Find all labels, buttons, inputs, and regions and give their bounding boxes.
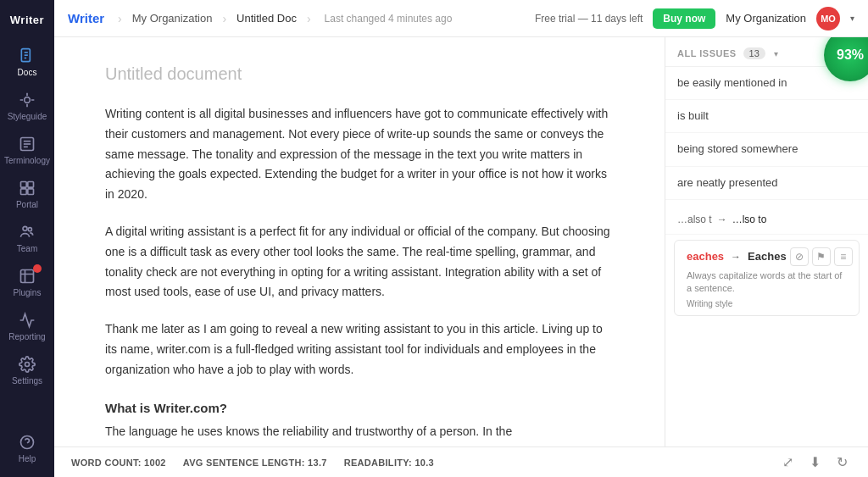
topbar-breadcrumb-org[interactable]: My Organization: [132, 12, 213, 25]
sidebar-item-help-label: Help: [19, 454, 36, 463]
sidebar-item-settings-label: Settings: [12, 376, 42, 385]
topbar-org-name[interactable]: My Organization: [726, 12, 806, 25]
issue-item-suggestion[interactable]: …also t → …lso to: [665, 200, 868, 235]
issues-count-badge: 13: [743, 47, 765, 59]
topbar-sep2: ›: [222, 12, 226, 25]
svg-point-15: [25, 363, 30, 367]
bottom-bar: WORD COUNT: 1002 AVG SENTENCE LENGTH: 13…: [54, 446, 868, 477]
issue-capitalize-card[interactable]: eaches → Eaches ⊘ ⚑ ≡ Always capitalize …: [674, 240, 860, 316]
sidebar-item-terminology-label: Terminology: [4, 156, 50, 165]
topbar-doc-title[interactable]: Untitled Doc: [236, 12, 297, 25]
issue-item-3[interactable]: being stored somewhere: [665, 133, 868, 166]
settings-icon: [15, 355, 39, 374]
portal-icon: [15, 179, 39, 197]
sidebar-item-reporting[interactable]: Reporting: [0, 304, 54, 348]
docs-icon: [15, 47, 39, 65]
issue-item-2[interactable]: is built: [665, 100, 868, 133]
flag-icon[interactable]: ⚑: [812, 247, 831, 266]
editor-area[interactable]: Untitled document Writing content is all…: [54, 37, 665, 446]
doc-title-placeholder: Untitled document: [105, 64, 614, 84]
capitalize-tag: Writing style: [687, 299, 847, 308]
sidebar-item-portal-label: Portal: [16, 200, 38, 209]
more-icon[interactable]: ≡: [834, 247, 853, 266]
buy-now-button[interactable]: Buy now: [653, 8, 715, 29]
svg-point-13: [23, 226, 27, 230]
help-icon: [15, 433, 39, 452]
trial-text: Free trial — 11 days left: [535, 13, 643, 25]
readability-value: 10.3: [415, 458, 434, 468]
topbar: Writer › My Organization › Untitled Doc …: [54, 0, 868, 37]
sidebar: Writer Docs Styleguide Terminology Porta…: [0, 0, 54, 477]
avatar[interactable]: MO: [816, 7, 840, 31]
all-issues-label: ALL ISSUES: [677, 48, 737, 58]
capitalize-fix-word: Eaches: [748, 250, 787, 263]
suggestion-prefix: …also t: [677, 214, 712, 225]
sidebar-item-plugins-label: Plugins: [14, 288, 42, 297]
topbar-sep1: ›: [118, 12, 122, 25]
team-icon: [15, 223, 39, 241]
sidebar-item-docs-label: Docs: [18, 68, 37, 77]
avatar-caret-icon[interactable]: ▾: [850, 14, 854, 23]
suggestion-arrow-icon: →: [717, 214, 727, 225]
sidebar-item-help[interactable]: Help: [0, 426, 54, 470]
issue-item-4[interactable]: are neatly presented: [665, 167, 868, 200]
content-area: Untitled document Writing content is all…: [54, 37, 868, 446]
expand-icon[interactable]: ⤢: [778, 453, 797, 472]
svg-rect-12: [28, 189, 34, 195]
sidebar-item-docs[interactable]: Docs: [0, 40, 54, 84]
svg-rect-9: [21, 182, 27, 188]
sidebar-item-styleguide-label: Styleguide: [8, 112, 47, 121]
sidebar-item-plugins[interactable]: Plugins: [0, 260, 54, 304]
right-panel: ALL ISSUES 13 ▾ 93% be easily mentioned …: [665, 37, 868, 446]
capitalize-arrow-icon: →: [731, 251, 741, 263]
suggestion-suffix: …lso to: [732, 214, 767, 225]
word-count-stat: WORD COUNT: 1002: [71, 458, 166, 468]
svg-point-4: [25, 97, 31, 103]
plugins-icon: [15, 267, 39, 286]
word-count-label: WORD COUNT:: [71, 458, 142, 468]
issue-suggestion: …also t → …lso to: [677, 214, 856, 225]
paragraph-3: Thank me later as I am going to reveal a…: [105, 319, 614, 380]
topbar-timestamp: Last changed 4 minutes ago: [325, 13, 453, 25]
avg-sentence-label: AVG SENTENCE LENGTH:: [183, 458, 305, 468]
reporting-icon: [15, 311, 39, 330]
issue-text-3: being stored somewhere: [677, 141, 856, 157]
doc-body[interactable]: Writing content is all digital businesse…: [105, 104, 614, 442]
capitalize-desc: Always capitalize words at the start of …: [687, 269, 847, 296]
plugins-badge: [33, 264, 42, 273]
issue-text-1: be easily mentioned in: [677, 75, 856, 91]
topbar-right: Free trial — 11 days left Buy now My Org…: [535, 7, 854, 31]
svg-rect-10: [28, 182, 34, 188]
download-icon[interactable]: ⬇: [805, 453, 824, 472]
topbar-logo: Writer: [68, 11, 104, 25]
sidebar-item-settings[interactable]: Settings: [0, 348, 54, 392]
capitalize-error-word: eaches: [687, 250, 724, 263]
sidebar-item-portal[interactable]: Portal: [0, 172, 54, 216]
sidebar-item-terminology[interactable]: Terminology: [0, 128, 54, 172]
avg-sentence-value: 13.7: [308, 458, 327, 468]
styleguide-icon: [15, 91, 39, 109]
issues-list: be easily mentioned in is built being st…: [665, 67, 868, 446]
svg-rect-11: [21, 189, 27, 195]
sidebar-item-styleguide[interactable]: Styleguide: [0, 84, 54, 128]
sidebar-item-reporting-label: Reporting: [8, 332, 45, 341]
refresh-icon[interactable]: ↻: [832, 453, 851, 472]
right-panel-header: ALL ISSUES 13 ▾ 93%: [665, 37, 868, 67]
terminology-icon: [15, 135, 39, 153]
issue-text-4: are neatly presented: [677, 175, 856, 191]
sidebar-item-team-label: Team: [17, 244, 37, 253]
paragraph-5: The language he uses knows the reliabili…: [105, 422, 614, 442]
chevron-down-icon[interactable]: ▾: [774, 49, 778, 58]
readability-label: READABILITY:: [344, 458, 412, 468]
main-area: Writer › My Organization › Untitled Doc …: [54, 0, 868, 477]
bottom-actions: ⤢ ⬇ ↻: [778, 453, 851, 472]
sidebar-item-team[interactable]: Team: [0, 216, 54, 260]
readability-stat: READABILITY: 10.3: [344, 458, 434, 468]
svg-point-14: [28, 228, 31, 231]
avg-sentence-stat: AVG SENTENCE LENGTH: 13.7: [183, 458, 327, 468]
issue-text-2: is built: [677, 108, 856, 124]
paragraph-4-heading: What is Writer.com?: [105, 397, 614, 419]
dismiss-icon[interactable]: ⊘: [790, 247, 809, 266]
paragraph-2: A digital writing assistant is a perfect…: [105, 222, 614, 302]
word-count-value: 1002: [144, 458, 166, 468]
